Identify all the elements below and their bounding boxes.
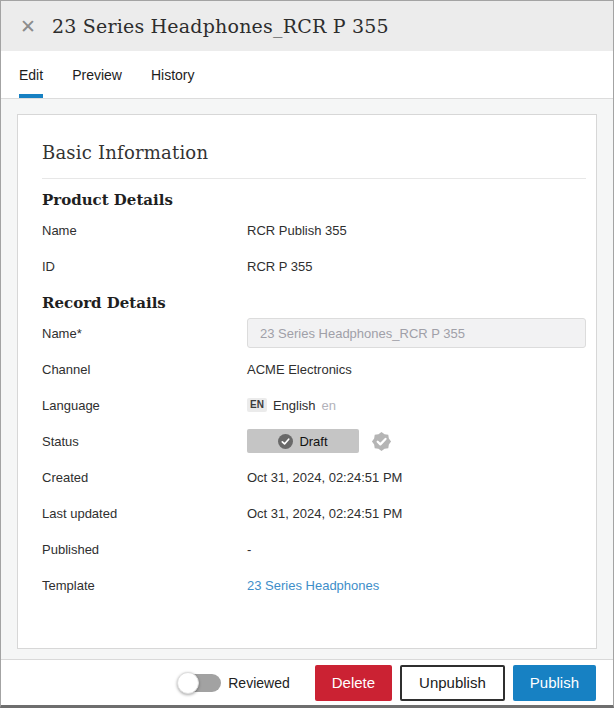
status-row: Status Draft [42,423,586,459]
status-text: Draft [299,434,327,449]
check-circle-icon [278,434,293,449]
field-label: Name* [42,326,247,341]
field-label: ID [42,259,247,274]
channel-row: Channel ACME Electronics [42,351,586,387]
language-code-badge: EN [247,398,267,412]
created-row: Created Oct 31, 2024, 02:24:51 PM [42,459,586,495]
product-details-heading: Product Details [42,191,586,209]
field-label: Template [42,578,247,593]
dialog-header: ✕ 23 Series Headphones_RCR P 355 [1,1,613,51]
language-locale-code: en [322,398,336,413]
record-details-heading: Record Details [42,294,586,312]
field-value: Oct 31, 2024, 02:24:51 PM [247,506,586,521]
basic-information-card: Basic Information Product Details Name R… [17,114,597,649]
reviewed-toggle[interactable] [179,674,221,692]
language-name: English [273,398,316,413]
tab-bar: Edit Preview History [1,51,613,99]
dialog-title: 23 Series Headphones_RCR P 355 [52,15,389,37]
delete-button[interactable]: Delete [315,665,392,701]
published-row: Published - [42,531,586,567]
field-value: - [247,542,586,557]
toggle-knob [177,672,199,694]
template-link[interactable]: 23 Series Headphones [247,578,379,593]
field-label: Created [42,470,247,485]
status-badge: Draft [247,429,359,453]
content-area: Basic Information Product Details Name R… [1,99,613,659]
tab-history[interactable]: History [151,51,195,98]
field-label: Channel [42,362,247,377]
tab-preview[interactable]: Preview [72,51,122,98]
field-value: Oct 31, 2024, 02:24:51 PM [247,470,586,485]
card-heading: Basic Information [42,142,586,163]
approval-seal-icon[interactable] [370,430,393,453]
field-value: RCR Publish 355 [247,223,586,238]
publish-button[interactable]: Publish [513,665,596,701]
field-label: Language [42,398,247,413]
record-name-row: Name* [42,315,586,351]
action-footer: Reviewed Delete Unpublish Publish [1,659,613,705]
template-row: Template 23 Series Headphones [42,567,586,603]
tab-edit[interactable]: Edit [19,51,43,98]
heading-divider [42,178,586,179]
reviewed-label: Reviewed [228,675,289,691]
unpublish-button[interactable]: Unpublish [400,665,505,701]
language-row: Language EN English en [42,387,586,423]
field-label: Status [42,434,247,449]
product-name-row: Name RCR Publish 355 [42,212,586,248]
product-id-row: ID RCR P 355 [42,248,586,284]
field-label: Last updated [42,506,247,521]
record-detail-dialog: ✕ 23 Series Headphones_RCR P 355 Edit Pr… [0,0,614,708]
field-label: Published [42,542,247,557]
reviewed-toggle-group: Reviewed [179,674,289,692]
last-updated-row: Last updated Oct 31, 2024, 02:24:51 PM [42,495,586,531]
field-label: Name [42,223,247,238]
field-value: ACME Electronics [247,362,586,377]
field-value: RCR P 355 [247,259,586,274]
close-icon[interactable]: ✕ [17,15,39,38]
record-name-input[interactable] [247,318,586,348]
